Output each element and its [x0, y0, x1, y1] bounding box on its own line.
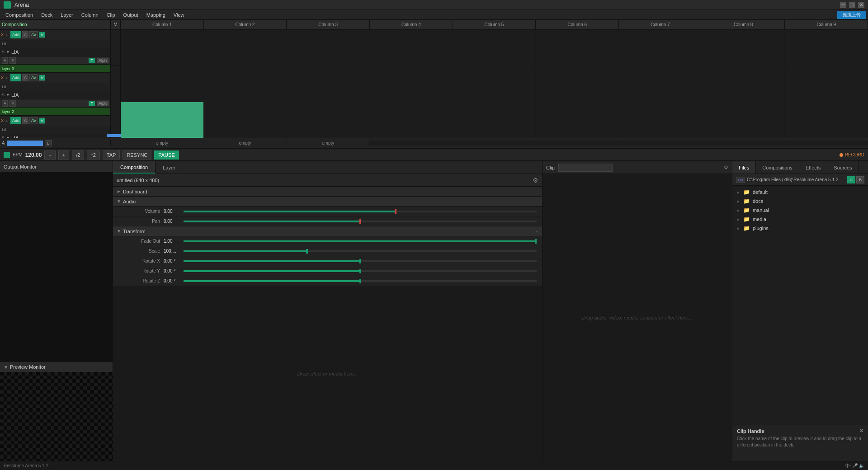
param-fadeout-slider[interactable]: [184, 240, 537, 242]
layer1-add-btn[interactable]: Add: [10, 117, 21, 124]
clip-cell-3[interactable]: empty: [287, 141, 370, 146]
clip-gear-icon[interactable]: ⚙: [724, 164, 728, 170]
grid-cell-2-7[interactable]: [619, 66, 702, 102]
bpm-plus-btn[interactable]: +: [58, 150, 69, 160]
pause-btn[interactable]: PAUSE: [154, 150, 179, 160]
clips-b-btn[interactable]: B: [45, 140, 52, 146]
files-tab-files[interactable]: Files: [732, 161, 756, 174]
col-header-4[interactable]: Column 4: [370, 20, 453, 29]
param-rotatex-slider[interactable]: [184, 260, 537, 262]
grid-cell-3-8[interactable]: [702, 30, 785, 66]
file-item-default[interactable]: ► 📁 default: [732, 188, 868, 197]
layer2-av-btn[interactable]: AV: [29, 74, 38, 81]
grid-cell-3-2[interactable]: [204, 30, 287, 66]
layer3-av-btn[interactable]: AV: [29, 31, 38, 38]
tap-btn[interactable]: TAP: [103, 150, 120, 160]
grid-cell-3-1[interactable]: [121, 30, 204, 66]
layer2-acol-btn[interactable]: A: [2, 100, 8, 107]
minimize-button[interactable]: ─: [840, 2, 846, 8]
files-tab-compositions[interactable]: Compositions: [756, 161, 799, 174]
grid-cell-2-9[interactable]: [785, 66, 868, 102]
props-gear-icon[interactable]: ⚙: [533, 177, 538, 184]
layer3-alph-btn[interactable]: Alph: [97, 58, 108, 63]
preview-monitor-title-row[interactable]: ▼ Preview Monitor: [0, 362, 113, 372]
menu-mapping[interactable]: Mapping: [143, 11, 169, 19]
grid-cell-1-4[interactable]: [370, 102, 453, 138]
layer3-bcol-btn[interactable]: B: [9, 57, 15, 64]
clip-cell-4[interactable]: [370, 141, 453, 146]
col-header-9[interactable]: Column 9: [785, 20, 868, 29]
tab-layer[interactable]: Layer: [156, 161, 183, 174]
clip-search-input[interactable]: [558, 164, 613, 172]
grid-cell-1-2[interactable]: [204, 102, 287, 138]
clip-cell-8[interactable]: [702, 141, 785, 146]
layer3-acol-btn[interactable]: A: [2, 57, 8, 64]
layer1-v-btn[interactable]: V: [39, 118, 45, 124]
param-volume-slider[interactable]: [184, 211, 537, 212]
menu-output[interactable]: Output: [120, 11, 142, 19]
file-item-plugins[interactable]: ► 📁 plugins: [732, 224, 868, 233]
grid-cell-1-8[interactable]: [702, 102, 785, 138]
grid-cell-3-4[interactable]: [370, 30, 453, 66]
layer3-v-btn[interactable]: V: [39, 32, 45, 38]
files-tab-effects[interactable]: Effects: [799, 161, 827, 174]
clip-cell-7[interactable]: [619, 141, 702, 146]
grid-cell-3-5[interactable]: [453, 30, 536, 66]
layer2-v-btn[interactable]: V: [39, 75, 45, 81]
col-header-6[interactable]: Column 6: [536, 20, 619, 29]
section-transform[interactable]: ▼ Transform ···: [113, 226, 542, 236]
menu-composition[interactable]: Composition: [2, 11, 37, 19]
grid-cell-2-4[interactable]: [370, 66, 453, 102]
layer2-a-btn[interactable]: A: [22, 74, 28, 81]
grid-cell-1-1[interactable]: [121, 102, 204, 138]
grid-cell-3-9[interactable]: [785, 30, 868, 66]
param-pan-slider[interactable]: [184, 221, 537, 222]
section-dashboard[interactable]: ► Dashboard: [113, 187, 542, 197]
param-rotatez-slider[interactable]: [184, 280, 537, 282]
layer3-add-btn[interactable]: Add: [10, 31, 21, 38]
clip-cell-9[interactable]: [785, 141, 868, 146]
files-tab-sources[interactable]: Sources: [827, 161, 859, 174]
maximize-button[interactable]: □: [849, 2, 855, 8]
grid-cell-3-3[interactable]: [287, 30, 370, 66]
menu-deck[interactable]: Deck: [38, 11, 56, 19]
files-btn-b[interactable]: B: [856, 176, 864, 183]
layer1-av-btn[interactable]: AV: [29, 117, 38, 124]
menu-column[interactable]: Column: [78, 11, 102, 19]
menu-view[interactable]: View: [170, 11, 188, 19]
streaming-button[interactable]: 推流上传: [837, 11, 866, 19]
grid-cell-1-9[interactable]: [785, 102, 868, 138]
grid-cell-2-2[interactable]: [204, 66, 287, 102]
grid-cell-2-5[interactable]: [453, 66, 536, 102]
files-up-btn[interactable]: up: [736, 177, 745, 183]
clip-scroll[interactable]: [7, 141, 43, 146]
menu-clip[interactable]: Clip: [103, 11, 119, 19]
grid-cell-2-6[interactable]: [536, 66, 619, 102]
clip-handle-close-btn[interactable]: ✕: [859, 428, 863, 434]
grid-cell-1-5[interactable]: [453, 102, 536, 138]
grid-cell-2-3[interactable]: [287, 66, 370, 102]
grid-cell-2-8[interactable]: [702, 66, 785, 102]
layer2-alph-btn[interactable]: Alph: [97, 101, 108, 106]
section-audio[interactable]: ▼ Audio: [113, 197, 542, 207]
layer2-t-btn[interactable]: T: [89, 101, 95, 106]
menu-layer[interactable]: Layer: [57, 11, 77, 19]
bpm-value[interactable]: 120.00: [25, 152, 42, 158]
layer3-a-btn[interactable]: A: [22, 31, 28, 38]
clip-cell-1[interactable]: empty: [121, 141, 204, 146]
tab-composition[interactable]: Composition: [113, 161, 156, 174]
grid-cell-1-7[interactable]: [619, 102, 702, 138]
col-header-7[interactable]: Column 7: [619, 20, 702, 29]
grid-cell-3-6[interactable]: [536, 30, 619, 66]
layer1-a-btn[interactable]: A: [22, 117, 28, 124]
grid-cell-1-3[interactable]: [287, 102, 370, 138]
layer3-t-btn[interactable]: T: [89, 58, 95, 63]
grid-cell-1-6[interactable]: [536, 102, 619, 138]
clip-cell-2[interactable]: empty: [204, 141, 287, 146]
files-btn-a[interactable]: A: [847, 176, 855, 183]
clip-cell-5[interactable]: [453, 141, 536, 146]
file-item-docs[interactable]: ► 📁 docs: [732, 197, 868, 206]
close-button[interactable]: ✕: [858, 2, 864, 8]
param-scale-slider[interactable]: [184, 250, 537, 252]
resync-btn[interactable]: RESYNC: [123, 150, 151, 160]
